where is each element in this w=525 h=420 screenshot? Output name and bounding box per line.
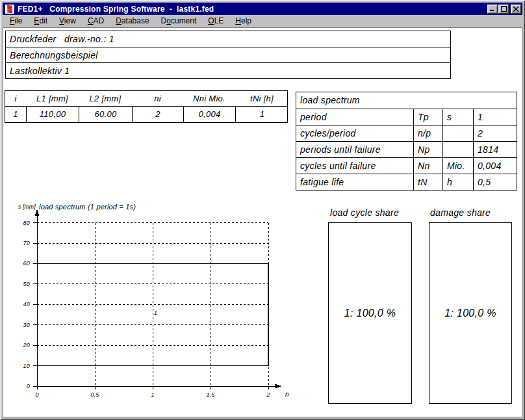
cell-ni: 2 — [132, 107, 183, 122]
cell-l2: 60,00 — [79, 107, 132, 122]
row-symbol: Np — [413, 142, 442, 157]
svg-text:60: 60 — [23, 260, 30, 267]
minimize-button[interactable] — [487, 5, 498, 14]
svg-text:0,5: 0,5 — [90, 391, 99, 398]
row-symbol: Tp — [413, 109, 442, 125]
col-header-tni: tNi [h] — [235, 91, 288, 106]
table-row: period Tp s 1 — [296, 109, 517, 125]
menu-database[interactable]: Database — [110, 15, 155, 27]
load-cycle-share-title: load cycle share — [330, 207, 399, 218]
menubar: FileEditViewCADDatabaseDocumentOLEHelp — [3, 15, 522, 27]
col-header-l1: L1 [mm] — [26, 91, 79, 106]
col-header-ni: ni — [132, 91, 183, 106]
cell-nni: 0,004 — [183, 107, 235, 122]
close-icon — [513, 7, 519, 12]
col-header-i: i — [5, 91, 26, 106]
row-value: 1814 — [473, 142, 518, 157]
window-controls — [487, 5, 521, 14]
menu-view[interactable]: View — [53, 15, 82, 27]
cell-i: 1 — [5, 107, 26, 122]
table-row: 1 110,00 60,00 2 0,004 1 — [5, 107, 287, 122]
titlebar[interactable]: FED1+ Compression Spring Software - last… — [3, 3, 522, 15]
svg-text:load spectrum (1 period = 1s): load spectrum (1 period = 1s) — [39, 203, 136, 211]
app-window: FED1+ Compression Spring Software - last… — [0, 0, 525, 420]
row-value: 0,004 — [473, 158, 518, 174]
minimize-icon — [490, 6, 495, 12]
col-header-nni: Nni Mio. — [183, 91, 235, 106]
cell-tni: 1 — [235, 107, 288, 122]
row-label: cycles/period — [296, 125, 413, 141]
svg-text:1: 1 — [154, 309, 157, 316]
col-header-l2: L2 [mm] — [79, 91, 132, 106]
table-row: periods until failure Np 1814 — [296, 141, 517, 157]
row-value: 1 — [473, 109, 518, 125]
svg-text:70: 70 — [23, 240, 30, 246]
damage-share-value: 1: 100,0 % — [429, 308, 511, 319]
row-label: fatigue life — [296, 174, 413, 190]
spring-icon[interactable] — [5, 4, 15, 14]
row-unit — [442, 142, 473, 157]
svg-text:50: 50 — [23, 281, 30, 287]
svg-text:2: 2 — [266, 391, 270, 398]
window-title: FED1+ Compression Spring Software - last… — [18, 5, 214, 14]
svg-text:n: n — [285, 391, 289, 398]
menu-ole[interactable]: OLE — [202, 15, 229, 27]
menu-file[interactable]: File — [4, 15, 28, 27]
row-unit: s — [442, 109, 473, 125]
header-line-load-collective: Lastkollektiv 1 — [6, 62, 450, 78]
svg-text:1: 1 — [151, 391, 154, 398]
header-line-spring-type: Druckfeder draw.-no.: 1 — [6, 31, 450, 47]
row-symbol: tN — [413, 174, 442, 190]
row-value: 0,5 — [473, 174, 518, 190]
load-case-table-header: i L1 [mm] L2 [mm] ni Nni Mio. tNi [h] — [5, 91, 287, 107]
load-case-table: i L1 [mm] L2 [mm] ni Nni Mio. tNi [h] 1 … — [5, 90, 288, 123]
svg-text:0: 0 — [27, 383, 30, 389]
load-spectrum-table: load spectrum period Tp s 1 cycles/perio… — [296, 92, 517, 190]
row-label: cycles until failure — [296, 158, 413, 174]
menu-cad[interactable]: CAD — [82, 15, 110, 27]
close-button[interactable] — [511, 5, 521, 14]
row-unit: h — [442, 174, 473, 190]
svg-text:10: 10 — [23, 363, 30, 369]
svg-text:40: 40 — [23, 301, 30, 308]
load-cycle-share-value: 1: 100,0 % — [329, 308, 411, 319]
load-spectrum-chart: 0102030405060708000,511,52ns [mm]load sp… — [3, 201, 302, 404]
cell-l1: 110,00 — [26, 107, 79, 122]
table-row: cycles until failure Nn Mio. 0,004 — [296, 157, 517, 174]
menu-document[interactable]: Document — [155, 15, 203, 27]
row-label: periods until failure — [296, 142, 413, 157]
document-header: Druckfeder draw.-no.: 1 Berechnungsbeisp… — [5, 31, 451, 79]
row-unit — [442, 125, 473, 141]
spectrum-table-title: load spectrum — [296, 92, 517, 109]
client-area: Druckfeder draw.-no.: 1 Berechnungsbeisp… — [3, 27, 522, 417]
row-symbol: Nn — [413, 158, 442, 174]
row-label: period — [296, 109, 413, 125]
spectrum-title-row: load spectrum — [296, 92, 517, 109]
row-symbol: n/p — [413, 125, 442, 141]
table-row: fatigue life tN h 0,5 — [296, 174, 517, 190]
header-line-description: Berechnungsbeispiel — [6, 47, 450, 62]
svg-text:s [mm]: s [mm] — [18, 203, 36, 210]
damage-share-title: damage share — [430, 207, 491, 218]
damage-share-box: 1: 100,0 % — [429, 222, 512, 404]
row-unit: Mio. — [442, 158, 473, 174]
menu-help[interactable]: Help — [229, 15, 257, 27]
svg-text:0: 0 — [35, 391, 38, 398]
svg-text:30: 30 — [23, 322, 30, 328]
svg-text:20: 20 — [23, 342, 30, 348]
svg-text:1,5: 1,5 — [206, 391, 215, 398]
load-cycle-share-box: 1: 100,0 % — [328, 222, 412, 404]
maximize-icon — [501, 6, 507, 12]
menu-edit[interactable]: Edit — [28, 15, 53, 27]
svg-text:80: 80 — [23, 220, 30, 226]
table-row: cycles/period n/p 2 — [296, 125, 517, 141]
maximize-button[interactable] — [498, 5, 509, 14]
row-value: 2 — [473, 125, 518, 141]
